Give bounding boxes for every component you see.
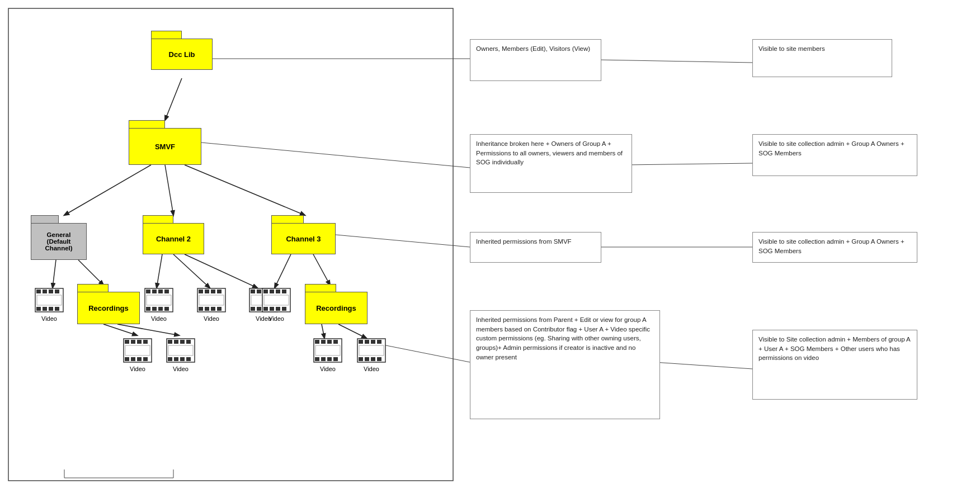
svg-rect-59 — [152, 290, 157, 293]
svg-rect-48 — [168, 340, 172, 344]
svg-rect-32 — [36, 307, 41, 311]
svg-rect-94 — [276, 307, 280, 311]
video-4: Video — [144, 288, 173, 322]
svg-rect-105 — [333, 357, 338, 361]
svg-rect-104 — [327, 357, 332, 361]
svg-rect-110 — [371, 340, 375, 344]
video-3: Video — [166, 338, 195, 372]
svg-rect-91 — [282, 290, 286, 293]
svg-rect-40 — [137, 340, 142, 344]
svg-rect-114 — [371, 357, 375, 361]
svg-line-13 — [313, 254, 330, 285]
svg-rect-79 — [257, 290, 261, 293]
svg-rect-100 — [327, 340, 332, 344]
svg-rect-90 — [276, 290, 280, 293]
svg-rect-108 — [359, 340, 363, 344]
svg-rect-113 — [365, 357, 369, 361]
svg-rect-71 — [217, 290, 222, 293]
video-9: Video — [357, 338, 386, 372]
svg-rect-28 — [36, 290, 41, 293]
svg-line-21 — [626, 163, 752, 165]
video-8: Video — [313, 338, 342, 372]
dcclib-folder: Dcc Lib — [151, 31, 213, 70]
video-5-label: Video — [197, 315, 226, 322]
svg-rect-34 — [49, 307, 53, 311]
svg-rect-29 — [43, 290, 47, 293]
svg-rect-44 — [137, 357, 142, 361]
info-box-1: Owners, Members (Edit), Visitors (View) — [470, 39, 601, 81]
svg-rect-51 — [186, 340, 191, 344]
info-box-2b-text: Visible to site collection admin + Group… — [758, 140, 904, 156]
video-3-label: Video — [166, 366, 195, 372]
channel3-folder: Channel 3 — [271, 215, 336, 254]
recordings-right-label: Recordings — [316, 304, 356, 312]
video-7: Video — [262, 288, 291, 322]
svg-rect-66 — [147, 295, 171, 305]
general-folder: General(DefaultChannel) — [31, 215, 87, 260]
svg-rect-101 — [333, 340, 338, 344]
svg-rect-60 — [158, 290, 163, 293]
video-9-label: Video — [357, 366, 386, 372]
svg-line-9 — [157, 254, 162, 288]
svg-rect-62 — [146, 307, 150, 311]
svg-rect-63 — [152, 307, 157, 311]
info-box-1-text: Owners, Members (Edit), Visitors (View) — [476, 45, 590, 52]
svg-rect-92 — [263, 307, 268, 311]
svg-rect-43 — [131, 357, 135, 361]
svg-rect-68 — [199, 290, 203, 293]
recordings-left-label: Recordings — [88, 304, 129, 312]
svg-rect-112 — [359, 357, 363, 361]
svg-rect-49 — [174, 340, 178, 344]
dcclib-label: Dcc Lib — [169, 50, 195, 59]
svg-rect-98 — [315, 340, 319, 344]
svg-line-7 — [103, 324, 137, 335]
svg-rect-89 — [270, 290, 274, 293]
svg-rect-55 — [186, 357, 191, 361]
info-box-3: Inherited permissions from SMVF — [470, 232, 601, 263]
svg-line-1 — [165, 78, 182, 120]
svg-rect-45 — [143, 357, 148, 361]
svg-rect-52 — [168, 357, 172, 361]
svg-rect-78 — [251, 290, 255, 293]
svg-rect-74 — [211, 307, 215, 311]
svg-rect-96 — [264, 295, 289, 305]
svg-rect-61 — [164, 290, 169, 293]
video-2-label: Video — [123, 366, 152, 372]
info-box-1b: Visible to site members — [752, 39, 892, 77]
info-box-4b: Visible to Site collection admin + Membe… — [752, 330, 917, 400]
svg-rect-69 — [205, 290, 209, 293]
svg-rect-38 — [125, 340, 129, 344]
svg-line-8 — [117, 324, 179, 335]
svg-line-15 — [338, 324, 366, 338]
svg-rect-39 — [131, 340, 135, 344]
video-1-label: Video — [35, 315, 64, 322]
svg-rect-53 — [174, 357, 178, 361]
general-label: General(DefaultChannel) — [45, 231, 72, 252]
svg-rect-65 — [164, 307, 169, 311]
info-box-2b: Visible to site collection admin + Group… — [752, 134, 917, 176]
svg-line-11 — [185, 254, 257, 288]
info-box-2-text: Inheritance broken here + Owners of Grou… — [476, 140, 623, 165]
smvf-label: SMVF — [155, 143, 175, 151]
svg-rect-58 — [146, 290, 150, 293]
svg-rect-75 — [217, 307, 222, 311]
svg-rect-116 — [359, 345, 384, 355]
info-box-3b-text: Visible to site collection admin + Group… — [758, 238, 904, 254]
info-box-3b: Visible to site collection admin + Group… — [752, 232, 917, 263]
channel2-label: Channel 2 — [156, 235, 191, 243]
svg-rect-56 — [168, 345, 193, 355]
video-2: Video — [123, 338, 152, 372]
svg-rect-54 — [180, 357, 185, 361]
svg-rect-35 — [55, 307, 59, 311]
svg-rect-70 — [211, 290, 215, 293]
svg-rect-99 — [321, 340, 326, 344]
svg-rect-93 — [270, 307, 274, 311]
smvf-folder: SMVF — [129, 120, 201, 165]
info-box-4: Inherited permissions from Parent + Edit… — [470, 310, 660, 419]
info-box-4b-text: Visible to Site collection admin + Membe… — [758, 336, 910, 361]
svg-line-14 — [322, 324, 324, 338]
svg-rect-95 — [282, 307, 286, 311]
svg-rect-106 — [315, 345, 340, 355]
info-box-4-text: Inherited permissions from Parent + Edit… — [476, 316, 650, 361]
svg-rect-72 — [199, 307, 203, 311]
